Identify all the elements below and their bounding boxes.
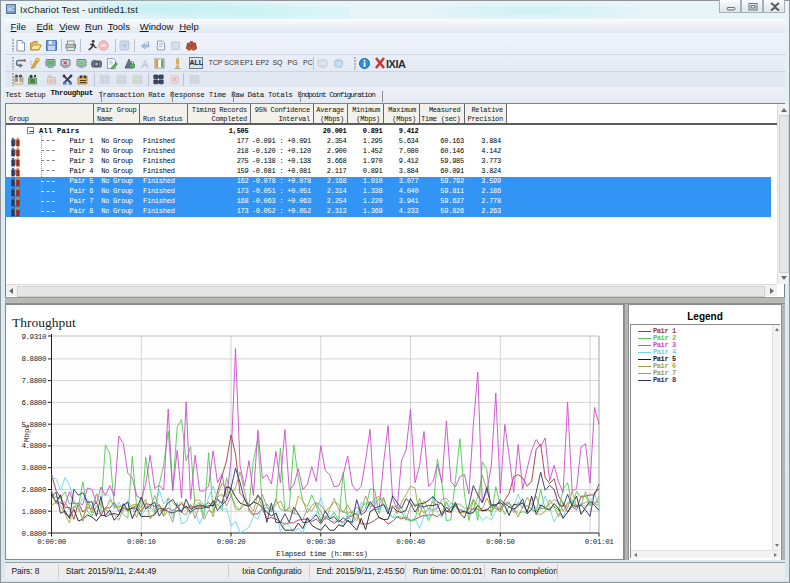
svg-text:6.8800: 6.8800 [21,399,47,407]
svg-text:IXIA: IXIA [386,58,406,70]
svg-text:0:00:40: 0:00:40 [396,538,426,546]
svg-text:0:00:50: 0:00:50 [486,538,516,546]
svg-text:2.8800: 2.8800 [21,486,47,494]
svg-text:0:00:20: 0:00:20 [217,538,247,546]
svg-text:0:00:00: 0:00:00 [37,538,67,546]
svg-text:9.9310: 9.9310 [21,333,47,341]
svg-text:0:00:30: 0:00:30 [306,538,336,546]
svg-text:0.8800: 0.8800 [21,530,47,538]
svg-text:4.8800: 4.8800 [21,442,47,450]
svg-text:Mbps: Mbps [23,424,31,442]
svg-text:0:01:01: 0:01:01 [585,538,615,546]
svg-text:8.8800: 8.8800 [21,355,47,363]
svg-text:Elapsed time (h:mm:ss): Elapsed time (h:mm:ss) [276,550,367,558]
svg-text:7.8800: 7.8800 [21,377,47,385]
svg-text:3.8800: 3.8800 [21,464,47,472]
svg-text:0:00:10: 0:00:10 [127,538,157,546]
svg-text:1.8800: 1.8800 [21,508,47,516]
